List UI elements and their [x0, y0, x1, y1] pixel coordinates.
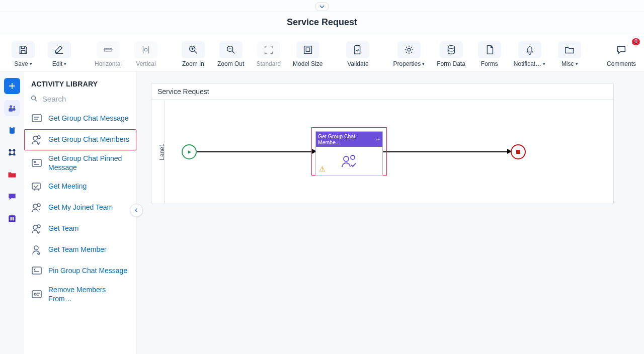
teams-tab[interactable]: [4, 100, 20, 116]
activity-label: Get Group Chat Membe...: [318, 133, 375, 145]
svg-point-21: [32, 96, 36, 100]
misc-button[interactable]: Misc▾: [554, 38, 585, 68]
canvas-area[interactable]: Service Request Lane1 Get Group Chat Mem…: [137, 72, 644, 354]
comments-button[interactable]: 0 Comments: [604, 38, 639, 68]
svg-rect-33: [32, 267, 41, 274]
library-item[interactable]: Pin Group Chat Message: [24, 260, 136, 282]
svg-rect-19: [11, 217, 12, 221]
align-vertical-button: Vertical: [131, 38, 161, 68]
library-item[interactable]: Get Team: [24, 218, 136, 239]
svg-point-6: [408, 48, 411, 51]
svg-point-31: [37, 225, 40, 228]
svg-rect-25: [32, 159, 41, 166]
fit-model-button[interactable]: Model Size: [290, 38, 326, 68]
library-item-label: Get Team Member: [48, 245, 107, 254]
members-icon: [339, 152, 359, 169]
body: ACTIVITY LIBRARY Get Group Chat MessageG…: [0, 72, 644, 354]
svg-point-17: [14, 154, 15, 155]
svg-rect-27: [32, 183, 40, 189]
library-item-label: Get Team: [48, 224, 78, 233]
library-item[interactable]: Get Group Chat Message: [24, 108, 136, 129]
library-item[interactable]: Get Meeting: [24, 176, 136, 197]
svg-rect-10: [9, 108, 13, 112]
activity-icon: [30, 243, 43, 256]
activity-icon: [30, 133, 43, 146]
bell-icon: [524, 44, 535, 55]
page-title: Service Request: [0, 12, 644, 34]
align-horizontal-button: Horizontal: [92, 38, 125, 68]
gear-icon[interactable]: [375, 137, 380, 142]
library-item[interactable]: Remove Members From…: [24, 282, 136, 307]
clipboard-tab[interactable]: [4, 122, 20, 138]
integrations-tab[interactable]: [4, 144, 20, 160]
svg-point-32: [34, 246, 38, 250]
zoom-out-icon: [225, 44, 236, 55]
align-h-icon: [103, 44, 114, 55]
lane-content[interactable]: Get Group Chat Membe... ⚠: [165, 100, 613, 204]
process-name[interactable]: Service Request: [151, 83, 613, 100]
start-node[interactable]: [182, 144, 197, 159]
fit-standard-button: Standard: [253, 38, 284, 68]
layout-tab[interactable]: [4, 211, 20, 227]
svg-rect-13: [11, 126, 14, 128]
comments-badge: 0: [632, 38, 640, 45]
edit-button[interactable]: Edit▾: [44, 38, 74, 68]
svg-point-15: [14, 149, 15, 151]
warning-icon: ⚠: [319, 165, 326, 173]
svg-rect-4: [304, 46, 311, 54]
save-button[interactable]: Save▾: [8, 38, 38, 68]
svg-rect-34: [32, 291, 41, 298]
activity-icon: [30, 264, 43, 278]
edge-start-to-activity: [197, 151, 315, 152]
library-item-label: Get Meeting: [48, 182, 87, 191]
lane: Lane1 Get Group Chat Membe...: [151, 100, 613, 204]
activity-icon: [30, 180, 43, 193]
library-item-label: Remove Members From…: [48, 286, 130, 303]
activity-library-title: ACTIVITY LIBRARY: [24, 72, 136, 92]
library-item[interactable]: Get My Joined Team: [24, 197, 136, 218]
svg-rect-20: [13, 217, 14, 221]
search-icon: [30, 94, 38, 103]
chat-tab[interactable]: [4, 189, 20, 205]
validate-button[interactable]: Validate: [343, 38, 373, 68]
save-icon: [18, 44, 29, 55]
svg-point-16: [9, 154, 11, 155]
fit-model-icon: [302, 44, 313, 55]
activity-icon: [30, 201, 43, 214]
svg-point-23: [33, 136, 37, 140]
properties-button[interactable]: Properties▾: [390, 38, 428, 68]
end-node[interactable]: [511, 144, 526, 159]
zoom-in-button[interactable]: Zoom In: [178, 38, 208, 68]
library-item[interactable]: Get Group Chat Members: [24, 129, 136, 150]
activity-node[interactable]: Get Group Chat Membe... ⚠: [315, 131, 383, 175]
activity-search-input[interactable]: [42, 95, 130, 103]
svg-point-14: [9, 149, 11, 151]
add-button[interactable]: [4, 78, 20, 94]
toolbar: Save▾ Edit▾ Horizontal Vertical Zoom In …: [0, 34, 644, 72]
comment-icon: [616, 44, 627, 55]
expand-header-button[interactable]: [315, 2, 329, 11]
activity-search[interactable]: [24, 92, 136, 108]
svg-rect-11: [13, 108, 16, 111]
svg-point-28: [33, 204, 37, 208]
activity-icon: [30, 157, 43, 170]
zoom-out-button[interactable]: Zoom Out: [214, 38, 247, 68]
library-item[interactable]: Get Group Chat Pinned Message: [24, 150, 136, 176]
svg-rect-22: [32, 115, 41, 122]
lane-label[interactable]: Lane1: [151, 100, 165, 204]
svg-point-30: [33, 225, 37, 229]
svg-point-38: [351, 155, 355, 159]
play-icon: [187, 149, 192, 155]
activity-icon: [30, 222, 43, 235]
notifications-button[interactable]: Notificat…▾: [511, 38, 548, 68]
files-tab[interactable]: [4, 166, 20, 183]
svg-point-8: [10, 105, 12, 108]
edit-icon: [54, 44, 65, 55]
form-data-button[interactable]: Form Data: [434, 38, 468, 68]
forms-button[interactable]: Forms: [474, 38, 505, 68]
collapse-panel-button[interactable]: [130, 204, 143, 217]
align-v-icon: [140, 44, 151, 55]
library-item[interactable]: Get Team Member: [24, 239, 136, 260]
svg-point-9: [14, 106, 15, 108]
svg-rect-18: [9, 215, 15, 222]
